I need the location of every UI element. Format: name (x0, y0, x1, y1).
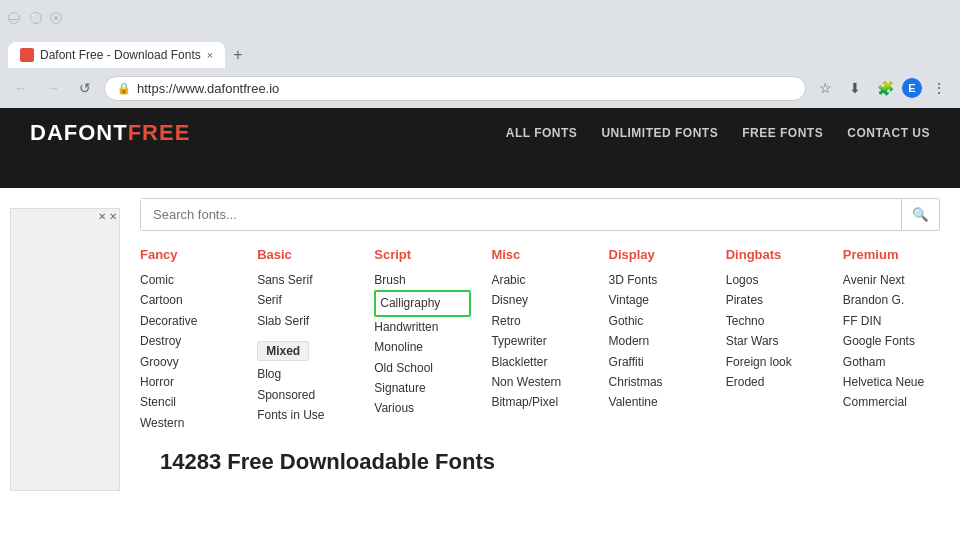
back-icon: ← (14, 80, 28, 96)
premium-ff-din[interactable]: FF DIN (843, 311, 940, 331)
lock-icon: 🔒 (117, 82, 131, 95)
bookmark-btn[interactable]: ☆ (812, 75, 838, 101)
search-bar: 🔍 (140, 198, 940, 231)
download-btn[interactable]: ⬇ (842, 75, 868, 101)
misc-arabic[interactable]: Arabic (491, 270, 588, 290)
script-header: Script (374, 247, 471, 262)
fancy-groovy[interactable]: Groovy (140, 352, 237, 372)
category-misc: Misc Arabic Disney Retro Typewriter Blac… (491, 247, 588, 433)
site-logo[interactable]: DAFONT FREE (30, 120, 190, 146)
basic-slab-serif[interactable]: Slab Serif (257, 311, 354, 331)
fancy-decorative[interactable]: Decorative (140, 311, 237, 331)
script-signature[interactable]: Signature (374, 378, 471, 398)
new-tab-btn[interactable]: + (225, 42, 250, 68)
basic-sponsored[interactable]: Sponsored (257, 385, 354, 405)
premium-brandon-g[interactable]: Brandon G. (843, 290, 940, 310)
fancy-comic[interactable]: Comic (140, 270, 237, 290)
minimize-btn[interactable]: — (8, 12, 20, 24)
dingbats-eroded[interactable]: Eroded (726, 372, 823, 392)
script-various[interactable]: Various (374, 398, 471, 418)
display-gothic[interactable]: Gothic (609, 311, 706, 331)
premium-gotham[interactable]: Gotham (843, 352, 940, 372)
reload-icon: ↺ (79, 80, 91, 96)
back-btn[interactable]: ← (8, 75, 34, 101)
fonts-count-heading: 14283 Free Downloadable Fonts (140, 433, 940, 491)
menu-btn[interactable]: ⋮ (926, 75, 952, 101)
display-vintage[interactable]: Vintage (609, 290, 706, 310)
category-fancy: Fancy Comic Cartoon Decorative Destroy G… (140, 247, 237, 433)
basic-fonts-in-use[interactable]: Fonts in Use (257, 405, 354, 425)
fancy-header: Fancy (140, 247, 237, 262)
basic-header: Basic (257, 247, 354, 262)
dingbats-star-wars[interactable]: Star Wars (726, 331, 823, 351)
misc-non-western[interactable]: Non Western (491, 372, 588, 392)
basic-blog[interactable]: Blog (257, 364, 354, 384)
tab-bar: Dafont Free - Download Fonts × + (0, 36, 960, 68)
fancy-western[interactable]: Western (140, 413, 237, 433)
premium-google-fonts[interactable]: Google Fonts (843, 331, 940, 351)
misc-retro[interactable]: Retro (491, 311, 588, 331)
misc-blackletter[interactable]: Blackletter (491, 352, 588, 372)
content-area: 🔍 Fancy Comic Cartoon Decorative Destroy… (120, 198, 960, 491)
premium-commercial[interactable]: Commercial (843, 392, 940, 412)
close-btn[interactable]: × (50, 12, 62, 24)
category-dingbats: Dingbats Logos Pirates Techno Star Wars … (726, 247, 823, 433)
address-bar[interactable]: 🔒 https://www.dafontfree.io (104, 76, 806, 101)
category-basic: Basic Sans Serif Serif Slab Serif Mixed … (257, 247, 354, 433)
nav-contact-us[interactable]: CONTACT US (847, 126, 930, 140)
logo-free: FREE (128, 120, 191, 146)
categories-grid: Fancy Comic Cartoon Decorative Destroy G… (140, 247, 940, 433)
dingbats-techno[interactable]: Techno (726, 311, 823, 331)
dingbats-pirates[interactable]: Pirates (726, 290, 823, 310)
display-modern[interactable]: Modern (609, 331, 706, 351)
search-btn[interactable]: 🔍 (901, 199, 939, 230)
script-calligraphy[interactable]: Calligraphy (374, 290, 471, 316)
script-old-school[interactable]: Old School (374, 358, 471, 378)
dingbats-foreign-look[interactable]: Foreign look (726, 352, 823, 372)
misc-disney[interactable]: Disney (491, 290, 588, 310)
mixed-label: Mixed (257, 343, 354, 358)
browser-nav-icons: ☆ ⬇ 🧩 E ⋮ (812, 75, 952, 101)
display-header: Display (609, 247, 706, 262)
misc-typewriter[interactable]: Typewriter (491, 331, 588, 351)
nav-free-fonts[interactable]: FREE FONTS (742, 126, 823, 140)
basic-serif[interactable]: Serif (257, 290, 354, 310)
display-graffiti[interactable]: Graffiti (609, 352, 706, 372)
tab-close-btn[interactable]: × (207, 49, 213, 61)
fancy-cartoon[interactable]: Cartoon (140, 290, 237, 310)
nav-all-fonts[interactable]: ALL FONTS (506, 126, 578, 140)
nav-unlimited-fonts[interactable]: UNLIMITED FONTS (601, 126, 718, 140)
active-tab[interactable]: Dafont Free - Download Fonts × (8, 42, 225, 68)
category-script: Script Brush Calligraphy Handwritten Mon… (374, 247, 471, 433)
display-valentine[interactable]: Valentine (609, 392, 706, 412)
premium-helvetica-neue[interactable]: Helvetica Neue (843, 372, 940, 392)
logo-dafont: DAFONT (30, 120, 128, 146)
restore-btn[interactable]: ⬜ (30, 12, 42, 24)
fancy-horror[interactable]: Horror (140, 372, 237, 392)
script-monoline[interactable]: Monoline (374, 337, 471, 357)
forward-btn[interactable]: → (40, 75, 66, 101)
dingbats-logos[interactable]: Logos (726, 270, 823, 290)
category-display: Display 3D Fonts Vintage Gothic Modern G… (609, 247, 706, 433)
banner-area (0, 158, 960, 188)
forward-icon: → (46, 80, 60, 96)
title-bar: — ⬜ × (0, 0, 960, 36)
misc-bitmap[interactable]: Bitmap/Pixel (491, 392, 588, 412)
fancy-destroy[interactable]: Destroy (140, 331, 237, 351)
browser-chrome: — ⬜ × Dafont Free - Download Fonts × + ←… (0, 0, 960, 108)
search-input[interactable] (141, 199, 901, 230)
ad-close-btn[interactable]: ✕ ✕ (98, 211, 117, 222)
extensions-btn[interactable]: 🧩 (872, 75, 898, 101)
reload-btn[interactable]: ↺ (72, 75, 98, 101)
misc-header: Misc (491, 247, 588, 262)
display-3d[interactable]: 3D Fonts (609, 270, 706, 290)
profile-btn[interactable]: E (902, 78, 922, 98)
display-christmas[interactable]: Christmas (609, 372, 706, 392)
tab-favicon (20, 48, 34, 62)
basic-sans-serif[interactable]: Sans Serif (257, 270, 354, 290)
fancy-stencil[interactable]: Stencil (140, 392, 237, 412)
script-brush[interactable]: Brush (374, 270, 471, 290)
premium-avenir-next[interactable]: Avenir Next (843, 270, 940, 290)
site-header: DAFONT FREE ALL FONTS UNLIMITED FONTS FR… (0, 108, 960, 158)
script-handwritten[interactable]: Handwritten (374, 317, 471, 337)
